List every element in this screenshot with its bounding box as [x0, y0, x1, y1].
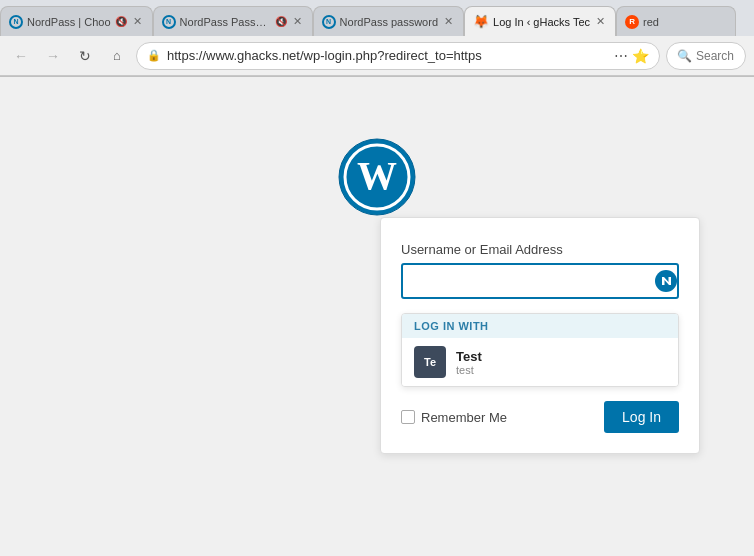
tab-bar: N NordPass | Choo 🔇 ✕ N NordPass Passwor…: [0, 0, 754, 36]
address-bar: ← → ↻ ⌂ 🔒 ⋯ ⭐ 🔍 Search: [0, 36, 754, 76]
extensions-icon: ⋯: [614, 48, 628, 64]
nordpass-input-icon: [655, 270, 677, 292]
tab-close-1[interactable]: ✕: [131, 14, 144, 29]
nordpass-item-sub: test: [456, 364, 482, 376]
bookmark-icon[interactable]: ⭐: [632, 48, 649, 64]
tab-label-1: NordPass | Choo: [27, 16, 111, 28]
tab-close-2[interactable]: ✕: [291, 14, 304, 29]
favicon-reddit: R: [625, 15, 639, 29]
avatar-initials: Te: [424, 356, 436, 368]
username-label: Username or Email Address: [401, 242, 679, 257]
form-footer: Remember Me Log In: [401, 401, 679, 433]
search-icon: 🔍: [677, 49, 692, 63]
home-icon: ⌂: [113, 48, 121, 63]
tab-ghacks[interactable]: 🦊 Log In ‹ gHacks Tec ✕: [464, 6, 616, 36]
tab-label-5: red: [643, 16, 727, 28]
remember-me-checkbox[interactable]: [401, 410, 415, 424]
svg-text:W: W: [357, 153, 397, 198]
home-button[interactable]: ⌂: [104, 43, 130, 69]
login-button-label: Log In: [622, 409, 661, 425]
favicon-nordpass-3: N: [322, 15, 336, 29]
login-button[interactable]: Log In: [604, 401, 679, 433]
tab-label-4: Log In ‹ gHacks Tec: [493, 16, 590, 28]
search-label: Search: [696, 49, 734, 63]
address-bar-wrapper[interactable]: 🔒 ⋯ ⭐: [136, 42, 660, 70]
nordpass-dropdown-header: LOG IN WITH: [402, 314, 678, 338]
mute-icon-2: 🔇: [275, 16, 287, 27]
tab-close-4[interactable]: ✕: [594, 14, 607, 29]
nordpass-avatar: Te: [414, 346, 446, 378]
username-input-wrapper[interactable]: [401, 263, 679, 299]
mute-icon-1: 🔇: [115, 16, 127, 27]
page-content: W Username or Email Address LOG IN WITH …: [0, 77, 754, 556]
tab-nordpass-3[interactable]: N NordPass password ✕: [313, 6, 464, 36]
forward-icon: →: [46, 48, 60, 64]
reload-button[interactable]: ↻: [72, 43, 98, 69]
tab-label-3: NordPass password: [340, 16, 438, 28]
back-icon: ←: [14, 48, 28, 64]
tab-reddit[interactable]: R red: [616, 6, 736, 36]
favicon-nordpass-1: N: [9, 15, 23, 29]
back-button[interactable]: ←: [8, 43, 34, 69]
remember-me-text: Remember Me: [421, 410, 507, 425]
nordpass-item-name: Test: [456, 349, 482, 364]
address-input[interactable]: [167, 48, 608, 63]
nordpass-item-info: Test test: [456, 349, 482, 376]
address-extra-icons: ⋯ ⭐: [614, 48, 649, 64]
nordpass-credential-item[interactable]: Te Test test: [402, 338, 678, 386]
favicon-nordpass-2: N: [162, 15, 176, 29]
favicon-fire: 🦊: [473, 14, 489, 29]
username-input[interactable]: [403, 265, 655, 297]
remember-me-label[interactable]: Remember Me: [401, 410, 507, 425]
reload-icon: ↻: [79, 48, 91, 64]
tab-nordpass-1[interactable]: N NordPass | Choo 🔇 ✕: [0, 6, 153, 36]
wordpress-logo: W: [337, 137, 417, 217]
tab-nordpass-2[interactable]: N NordPass Password 🔇 ✕: [153, 6, 313, 36]
search-box[interactable]: 🔍 Search: [666, 42, 746, 70]
tab-label-2: NordPass Password: [180, 16, 271, 28]
login-card: Username or Email Address LOG IN WITH Te…: [380, 217, 700, 454]
lock-icon: 🔒: [147, 49, 161, 62]
nordpass-dropdown[interactable]: LOG IN WITH Te Test test: [401, 313, 679, 387]
log-in-with-label: LOG IN WITH: [414, 320, 489, 332]
browser-chrome: N NordPass | Choo 🔇 ✕ N NordPass Passwor…: [0, 0, 754, 77]
forward-button[interactable]: →: [40, 43, 66, 69]
tab-close-3[interactable]: ✕: [442, 14, 455, 29]
